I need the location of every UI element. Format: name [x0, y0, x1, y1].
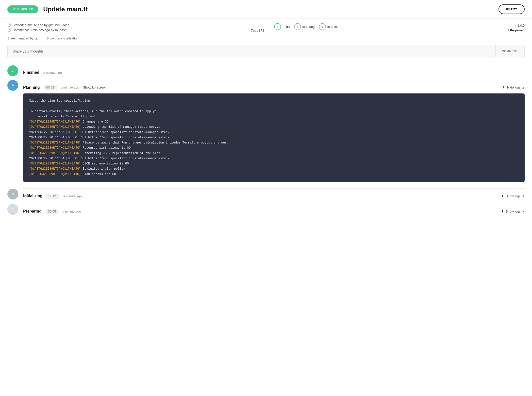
- hide-logs-button[interactable]: Hide logs ▲: [507, 86, 525, 89]
- add-label: to add: [283, 25, 291, 29]
- committed-row: 🕐 Committed: 8 minutes ago by mudash: [7, 28, 241, 32]
- download-icon-2: ⬇: [501, 194, 504, 198]
- timeline-item-planning: ✎ Planning 00:03 a minute ago Show full …: [0, 80, 532, 188]
- timeline-item-initializing: ⚙ Initializing 00:01 a minute ago ⬇ Show…: [0, 189, 532, 204]
- planning-circle: ✎: [7, 80, 18, 91]
- commit-hash: 7ecaf70: [251, 29, 265, 32]
- planning-name: Planning: [23, 85, 40, 90]
- finished-header: Finished a minute ago: [23, 68, 525, 77]
- change-label: to change: [302, 25, 316, 29]
- started-text: Started: a minute ago by github/mudash: [13, 23, 69, 27]
- preparing-duration: 00:05: [46, 209, 59, 214]
- initializing-duration: 00:01: [46, 194, 59, 199]
- download-icon-3: ⬇: [501, 210, 504, 213]
- preparing-content: Preparing 00:05 a minute ago ⬇ Show logs…: [23, 204, 525, 219]
- show-logs-label-initializing: Show logs: [506, 194, 520, 198]
- version-info: ↑ 1.0.0: [515, 24, 525, 27]
- proposed-text: Proposed: [510, 28, 525, 32]
- timeline-item-preparing: ◷ Preparing 00:05 a minute ago ⬇ Show lo…: [0, 204, 532, 219]
- chevron-up-icon: ▲: [522, 86, 525, 89]
- finished-content: Finished a minute ago: [23, 65, 525, 80]
- comment-section: COMMENT: [0, 45, 532, 65]
- page-title: Update main.tf: [43, 5, 494, 13]
- preparing-header: Preparing 00:05 a minute ago ⬇ Show logs…: [23, 206, 525, 216]
- finished-time: a minute ago: [43, 71, 62, 74]
- meta-right: ↑ 1.0.0 ℹ Proposed: [508, 23, 525, 32]
- planning-time: a minute ago: [61, 86, 79, 89]
- meta-dash: -: [251, 24, 265, 27]
- initializing-time: a minute ago: [63, 194, 82, 198]
- chevron-down-icon-2: ▼: [522, 195, 525, 198]
- planning-duration: 00:03: [44, 85, 57, 90]
- preparing-name: Preparing: [23, 209, 42, 214]
- viz-label: Show run visualization: [47, 36, 78, 40]
- show-visualization-link[interactable]: Show run visualization: [47, 36, 78, 40]
- timeline: ✓ Finished a minute ago ✎ Planning 00:03…: [0, 65, 532, 226]
- initializing-name: Initializing: [23, 194, 42, 198]
- planning-header: Planning 00:03 a minute ago Show full sc…: [23, 82, 525, 92]
- show-logs-button-preparing[interactable]: Show logs ▼: [506, 210, 525, 213]
- committed-text: Committed: 8 minutes ago by mudash: [13, 28, 66, 32]
- initializing-content: Initializing 00:01 a minute ago ⬇ Show l…: [23, 189, 525, 204]
- planning-content: Planning 00:03 a minute ago Show full sc…: [23, 80, 525, 188]
- comment-input[interactable]: [8, 45, 495, 58]
- meta-center: - 7ecaf70: [251, 23, 265, 32]
- retry-button[interactable]: RETRY: [499, 4, 525, 14]
- delete-label: to delete: [327, 25, 340, 29]
- check-icon: ✓: [12, 7, 16, 11]
- clock-icon-2: 🕐: [7, 28, 11, 32]
- show-logs-label-preparing: Show logs: [506, 210, 520, 213]
- dot-separator: |: [42, 36, 43, 40]
- clock-icon-1: 🕐: [7, 23, 11, 27]
- comment-box: COMMENT: [7, 45, 525, 58]
- log-terminal: Saved the plan to: spacelift.plan To per…: [23, 93, 525, 182]
- chevron-down-icon-3: ▼: [522, 210, 525, 213]
- hide-logs-label: Hide logs: [507, 86, 520, 89]
- add-count: 1: [274, 23, 281, 30]
- preparing-time: a minute ago: [62, 210, 81, 213]
- change-badge: 0 to change: [294, 23, 316, 30]
- meta-section: 🕐 Started: a minute ago by github/mudash…: [0, 19, 532, 36]
- cloud-icon: ☁: [35, 36, 38, 40]
- finished-name: Finished: [23, 70, 39, 75]
- change-count: 0: [294, 23, 301, 30]
- meta-left: 🕐 Started: a minute ago by github/mudash…: [7, 23, 241, 33]
- show-logs-button-initializing[interactable]: Show logs ▼: [506, 194, 525, 198]
- delete-count: 0: [319, 23, 326, 30]
- proposed-info: ℹ Proposed: [508, 28, 525, 32]
- info-icon: ℹ: [508, 29, 509, 32]
- comment-button[interactable]: COMMENT: [495, 45, 525, 57]
- timeline-item-finished: ✓ Finished a minute ago: [0, 65, 532, 80]
- preparing-circle: ◷: [7, 204, 18, 215]
- add-badge: 1 to add: [274, 23, 291, 30]
- initializing-header: Initializing 00:01 a minute ago ⬇ Show l…: [23, 191, 525, 201]
- preparing-header-right: ⬇ Show logs ▼: [501, 210, 525, 213]
- planning-header-right: ⬇ Hide logs ▲: [502, 86, 525, 89]
- download-icon: ⬇: [502, 86, 505, 89]
- started-row: 🕐 Started: a minute ago by github/mudash: [7, 23, 241, 27]
- state-managed-label: State managed by: [7, 36, 33, 40]
- changes-row: 1 to add 0 to change 0 to delete: [264, 23, 508, 30]
- initializing-circle: ⚙: [7, 189, 18, 199]
- finished-circle: ✓: [7, 65, 18, 76]
- version-icon: ↑: [515, 24, 516, 27]
- version-text: 1.0.0: [517, 24, 525, 27]
- status-badge: ✓ FINISHED: [7, 5, 38, 13]
- state-managed-link[interactable]: State managed by ☁: [7, 36, 38, 40]
- header: ✓ FINISHED Update main.tf RETRY: [0, 0, 532, 19]
- show-fullscreen-link[interactable]: Show full screen: [83, 86, 106, 89]
- meta-separator: [246, 23, 246, 33]
- delete-badge: 0 to delete: [319, 23, 340, 30]
- initializing-header-right: ⬇ Show logs ▼: [501, 194, 525, 198]
- state-row: State managed by ☁ | Show run visualizat…: [0, 36, 532, 45]
